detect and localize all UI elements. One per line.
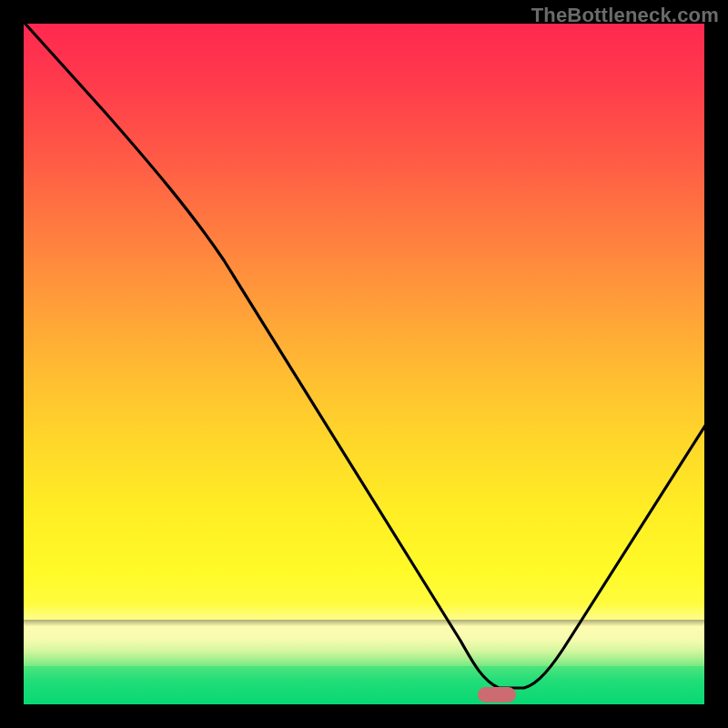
watermark-text: TheBottleneck.com — [531, 4, 719, 27]
curve-path — [24, 24, 704, 688]
chart-frame: TheBottleneck.com — [0, 0, 728, 728]
plot-area — [24, 24, 704, 704]
bottleneck-curve — [24, 24, 704, 704]
optimal-marker — [478, 687, 516, 703]
